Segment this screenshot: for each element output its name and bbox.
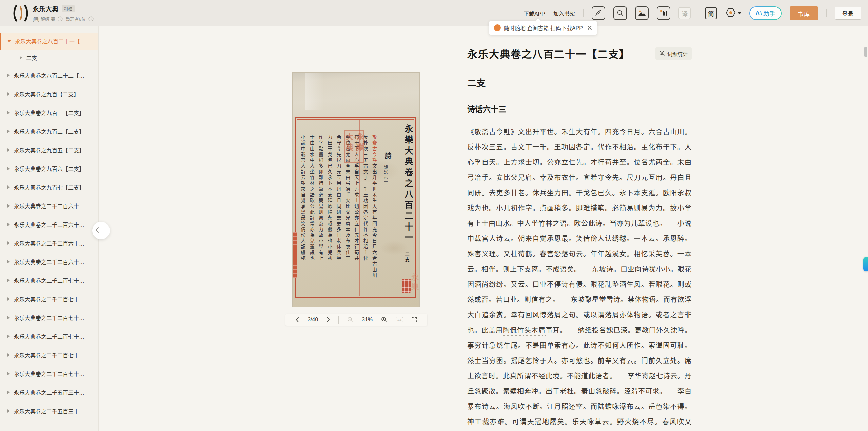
prev-page-button[interactable]	[295, 317, 299, 323]
sidebar-item[interactable]: 永乐大典卷之二千五百三十…	[0, 401, 98, 420]
chevron-right-icon	[7, 372, 10, 375]
fullscreen-button[interactable]	[411, 317, 417, 323]
chevron-right-icon	[7, 335, 10, 338]
sidebar-item[interactable]: 永乐大典卷之二千二百七十…	[0, 308, 98, 327]
sidebar-item[interactable]: 永乐大典卷之二千二百七十…	[0, 290, 98, 308]
login-button[interactable]: 登录	[835, 7, 861, 20]
entity-underlined: 禾生大有年	[561, 128, 598, 136]
zoom-out-button[interactable]	[347, 316, 354, 323]
faint-seal-stamp: 永樂	[409, 273, 419, 292]
chevron-right-icon	[7, 223, 10, 226]
zoom-in-button[interactable]	[381, 316, 388, 323]
ai-assistant-button[interactable]: A\ 助手	[749, 6, 782, 20]
reader-panel: 永乐大典卷之八百二十一【二支】 词频统计 二支 诗话六十三 《敬斋古今黈》文出升…	[467, 47, 692, 431]
sidebar-item[interactable]: 永乐大典卷之八百二十二【…	[0, 66, 98, 84]
section-heading: 诗话六十三	[467, 103, 692, 114]
entity-underlined: 六合古山川	[648, 128, 685, 136]
search-button[interactable]	[613, 6, 627, 20]
chevron-right-icon	[7, 353, 10, 357]
page-fold	[305, 73, 324, 110]
sidebar-subitem[interactable]: 二支	[0, 50, 98, 66]
one-to-one-icon: 1:1	[396, 317, 403, 322]
edge-floating-button[interactable]	[863, 257, 868, 271]
manuscript-section-column: 詩 詩話六十三	[377, 120, 393, 296]
text-run: 《	[467, 128, 474, 136]
add-to-shelf-link[interactable]: 加入书架	[553, 9, 575, 17]
sidebar-item[interactable]: 永乐大典卷之二千二百七十…	[0, 327, 98, 346]
sidebar-item[interactable]: 永乐大典卷之九百一【二支】	[0, 103, 98, 122]
chevron-down-icon	[738, 12, 741, 14]
notes-button[interactable]	[592, 6, 605, 20]
stats-button[interactable]	[657, 6, 670, 20]
chevron-right-icon	[7, 185, 10, 189]
hexagon-icon	[725, 7, 736, 19]
next-page-button[interactable]	[326, 317, 330, 323]
simplified-toggle-button[interactable]: 简	[705, 7, 717, 19]
sidebar-item[interactable]: 永乐大典卷之九百五【二支】	[0, 140, 98, 159]
sidebar-item[interactable]: 永乐大典卷之九百六【二支】	[0, 159, 98, 178]
site-logo-icon[interactable]	[12, 4, 31, 22]
sidebar-item-label: 永乐大典卷之九百七【二支】	[14, 183, 84, 191]
manuscript-page-image[interactable]: 永樂大典卷之八百二十一 二支 詩 詩話六十三 敬齋古今黈文出升平世禾生大有年四充…	[292, 72, 420, 307]
sidebar-item[interactable]: 永乐大典卷之九百【二支】	[0, 84, 98, 103]
theme-menu[interactable]	[725, 7, 741, 19]
chevron-right-icon	[7, 167, 10, 170]
sidebar-item-label: 永乐大典卷之二千二百六十…	[14, 239, 84, 247]
ai-assistant-label: 助手	[763, 9, 775, 18]
sidebar-item[interactable]: 永乐大典卷之二千二百七十…	[0, 364, 98, 383]
download-app-link[interactable]: 下载APP	[524, 9, 545, 17]
entity-underlined: 陶侃竹头木屑	[503, 327, 546, 334]
viewer-controls: 3/40 31% 1:1	[285, 314, 427, 326]
sidebar-item[interactable]: 永乐大典卷之二千二百七十…	[0, 346, 98, 364]
app-root: 永乐大典 粗校 [明] 解缙 纂 整理者6位 下载APP 加入书架	[0, 0, 868, 431]
chevron-down-icon	[7, 40, 11, 42]
sidebar-item[interactable]: 永乐大典卷之二千二百六十…	[0, 215, 98, 234]
image-view-button[interactable]	[635, 6, 649, 20]
word-frequency-label: 词频统计	[667, 50, 688, 57]
phone-icon	[494, 24, 501, 31]
sidebar-item[interactable]: 永乐大典卷之二千二百六十…	[0, 234, 98, 252]
reader-paragraph: 《敬斋古今黈》文出升平世。禾生大有年。四充今日月。六合古山川。反朴次三五。古文丁…	[467, 124, 692, 431]
sidebar-item-label: 永乐大典卷之八百二十一【…	[15, 37, 85, 45]
tooltip-text: 随时随地 查阅古籍 扫码下载APP	[504, 24, 583, 32]
info-icon[interactable]	[58, 16, 63, 21]
sidebar-item[interactable]: 永乐大典卷之九百二【二支】	[0, 122, 98, 140]
sidebar-item-label: 永乐大典卷之二千二百六十…	[14, 202, 84, 210]
info-icon[interactable]	[88, 16, 94, 21]
sidebar-item[interactable]: 永乐大典卷之二千二百六十…	[0, 252, 98, 271]
sidebar-item[interactable]: 永乐大典卷之二千五百三十…	[0, 383, 98, 401]
close-icon[interactable]	[587, 25, 592, 30]
manuscript-title-column: 永樂大典卷之八百二十一 二支	[393, 120, 414, 296]
library-button[interactable]: 书库	[790, 6, 818, 20]
sidebar-item[interactable]: 永乐大典卷之二千二百六十…	[0, 196, 98, 215]
chevron-left-icon	[95, 227, 99, 234]
text-run: 。反朴次三五。古文丁一千。王功因各定。代作不相沿。主化布于下。人心孚自天。上方求…	[467, 128, 692, 334]
sidebar-item-label: 永乐大典卷之二千五百三十…	[14, 388, 84, 396]
book-author: [明] 解缙 纂	[33, 16, 55, 22]
sidebar-collapse-button[interactable]	[92, 222, 110, 239]
chevron-right-icon	[7, 74, 10, 77]
divider	[338, 316, 339, 324]
word-frequency-button[interactable]: 词频统计	[655, 47, 692, 60]
sidebar-item[interactable]: 永乐大典卷之二千二百七十…	[0, 271, 98, 290]
frame-inner: 永樂大典卷之八百二十一 二支 詩 詩話六十三 敬齋古今黈文出升平世禾生大有年四充…	[297, 119, 414, 296]
sidebar-item-label: 永乐大典卷之二千二百七十…	[14, 295, 84, 303]
actual-size-button[interactable]: 1:1	[396, 317, 403, 322]
text-run: 》文出升平世。	[511, 128, 561, 136]
sidebar-item[interactable]: 永乐大典卷之九百七【二支】	[0, 178, 98, 196]
sidebar-item-label: 永乐大典卷之九百【二支】	[14, 90, 79, 98]
text-run: 。	[641, 128, 648, 136]
scrollbar-thumb[interactable]	[864, 47, 867, 57]
entity-underlined: 天冠地屦	[527, 418, 557, 426]
sidebar-item-label: 永乐大典卷之二千二百七十…	[14, 370, 84, 378]
red-seal-stamp: 永樂大典	[344, 130, 364, 163]
chapter-title: 永乐大典卷之八百二十一【二支】	[467, 47, 630, 62]
sidebar-item-label: 永乐大典卷之二千五百三十…	[14, 407, 84, 415]
proofread-badge: 粗校	[62, 5, 75, 12]
chevron-right-icon	[20, 56, 22, 59]
translate-button: 译	[678, 7, 691, 19]
manuscript-volume: 二支	[404, 251, 409, 263]
manuscript-column: 士由山水中人坐竹林之語歐公此詩當亦為兒輩設也	[306, 120, 315, 296]
sidebar-item[interactable]: 永乐大典卷之八百二十一【…	[0, 33, 98, 50]
sidebar-item-label: 永乐大典卷之九百五【二支】	[14, 146, 84, 154]
